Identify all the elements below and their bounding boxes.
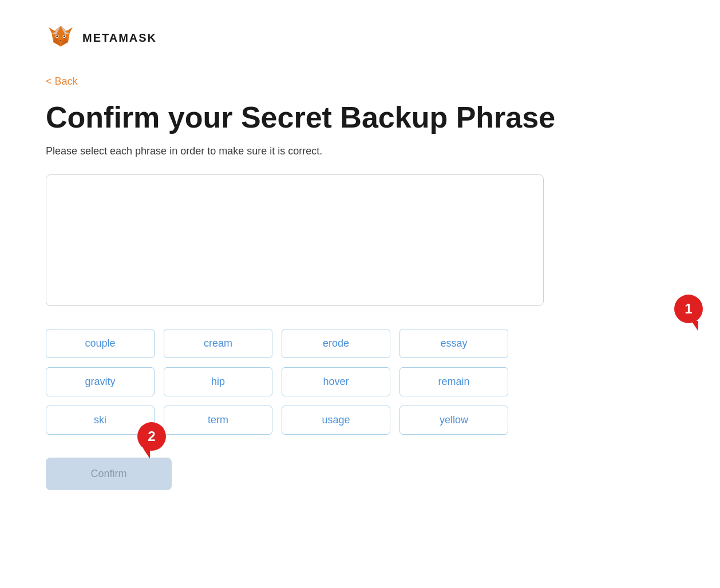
svg-point-14 <box>60 40 61 41</box>
word-button-couple[interactable]: couple <box>46 329 155 358</box>
svg-point-12 <box>56 35 58 37</box>
back-button[interactable]: < Back <box>46 76 78 88</box>
word-button-hip[interactable]: hip <box>164 367 272 396</box>
word-grid: 1 couple cream erode essay gravity hip h… <box>46 329 674 435</box>
word-button-gravity[interactable]: gravity <box>46 367 155 396</box>
phrase-selection-box <box>46 174 544 306</box>
word-button-hover[interactable]: hover <box>282 367 390 396</box>
word-button-cream[interactable]: cream <box>164 329 272 358</box>
confirm-row: 2 Confirm <box>46 458 172 490</box>
page-subtitle: Please select each phrase in order to ma… <box>46 145 674 157</box>
annotation-badge-1: 1 <box>674 295 703 323</box>
page-title: Confirm your Secret Backup Phrase <box>46 101 674 134</box>
word-button-usage[interactable]: usage <box>282 406 390 435</box>
header: METAMASK <box>46 23 674 53</box>
annotation-badge-2: 2 <box>137 422 166 451</box>
word-button-yellow[interactable]: yellow <box>399 406 508 435</box>
word-button-erode[interactable]: erode <box>282 329 390 358</box>
word-button-term[interactable]: term <box>164 406 272 435</box>
word-button-essay[interactable]: essay <box>399 329 508 358</box>
svg-point-13 <box>64 35 65 37</box>
word-button-remain[interactable]: remain <box>399 367 508 396</box>
confirm-button[interactable]: Confirm <box>46 458 172 490</box>
metamask-logo-icon <box>46 23 76 53</box>
logo-text: METAMASK <box>82 31 157 45</box>
